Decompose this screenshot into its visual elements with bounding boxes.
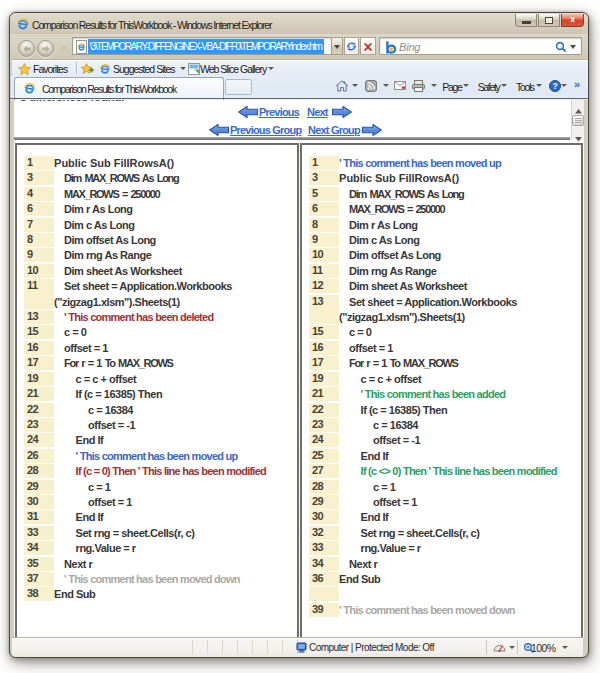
svg-text:?: ? bbox=[552, 81, 557, 91]
